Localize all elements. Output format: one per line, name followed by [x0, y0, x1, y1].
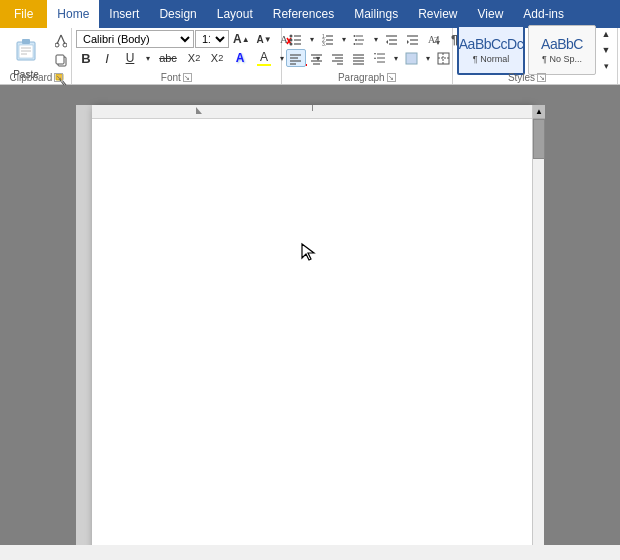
style-nospacing-box[interactable]: AaBbC ¶ No Sp...: [528, 25, 596, 75]
increase-indent-icon: [406, 33, 419, 46]
superscript-button[interactable]: X2: [206, 49, 228, 67]
svg-point-30: [354, 35, 356, 37]
svg-point-18: [290, 34, 293, 37]
svg-point-20: [290, 38, 293, 41]
left-sidebar: [76, 105, 92, 545]
paragraph-label: Paragraph ↘: [282, 72, 452, 83]
svg-text:3.: 3.: [322, 41, 326, 46]
line-spacing-button[interactable]: [370, 49, 390, 67]
menu-insert[interactable]: Insert: [99, 0, 149, 28]
svg-point-34: [354, 43, 356, 45]
svg-rect-1: [22, 39, 30, 44]
svg-rect-69: [406, 53, 417, 64]
clipboard-label: Clipboard ↘: [2, 72, 71, 83]
bullet-list-dropdown[interactable]: ▾: [307, 30, 317, 48]
align-left-icon: [289, 52, 302, 65]
scissors-icon: [55, 34, 67, 48]
font-expand[interactable]: ↘: [183, 73, 192, 82]
shading-dropdown[interactable]: ▾: [423, 49, 433, 67]
clipboard-expand[interactable]: ↘: [54, 73, 63, 82]
cut-button[interactable]: [48, 32, 74, 50]
shading-icon: [405, 52, 418, 65]
ribbon-main-row: Paste: [0, 28, 620, 84]
justify-button[interactable]: [349, 49, 369, 67]
shading-button[interactable]: [402, 49, 422, 67]
menu-file[interactable]: File: [0, 0, 47, 28]
menu-addins[interactable]: Add-ins: [513, 0, 574, 28]
styles-label: Styles ↘: [453, 72, 597, 83]
underline-button[interactable]: U: [118, 49, 142, 67]
text-effects-button[interactable]: A: [229, 49, 251, 67]
menu-view[interactable]: View: [468, 0, 514, 28]
strikethrough-button[interactable]: abc: [154, 49, 182, 67]
font-name-select[interactable]: Calibri (Body): [76, 30, 194, 48]
vertical-scrollbar[interactable]: ▲ ▼: [532, 105, 544, 545]
numbered-list-dropdown[interactable]: ▾: [339, 30, 349, 48]
scroll-up-button[interactable]: ▲: [533, 105, 545, 119]
subscript-button[interactable]: X2: [183, 49, 205, 67]
align-center-button[interactable]: [307, 49, 327, 67]
styles-group: AaBbCcDc ¶ Normal AaBbC ¶ No Sp... ▲ ▼ ▾…: [453, 28, 618, 84]
menu-home[interactable]: Home: [47, 0, 99, 28]
increase-indent-button[interactable]: [403, 30, 423, 48]
paste-button[interactable]: [6, 30, 46, 68]
highlight-button[interactable]: A: [252, 49, 276, 67]
paragraph-group: ▾ 1. 2. 3. ▾: [282, 28, 453, 84]
multilevel-list-icon: [353, 33, 366, 46]
styles-scroll-up[interactable]: ▲: [599, 27, 613, 41]
decrease-indent-button[interactable]: [382, 30, 402, 48]
align-right-button[interactable]: [328, 49, 348, 67]
sort-button[interactable]: A Z: [424, 30, 444, 48]
bold-button[interactable]: B: [76, 49, 96, 67]
font-label: Font ↘: [72, 72, 281, 83]
ruler: [92, 105, 532, 119]
underline-dropdown[interactable]: ▾: [143, 49, 153, 67]
numbered-list-icon: 1. 2. 3.: [321, 33, 334, 46]
borders-icon: [437, 52, 450, 65]
bullet-list-icon: [289, 33, 302, 46]
font-size-select[interactable]: 11: [195, 30, 229, 48]
styles-scroll-down[interactable]: ▼: [599, 43, 613, 57]
style-normal-preview: AaBbCcDc: [459, 36, 523, 52]
font-shrink-button[interactable]: A▼: [254, 30, 275, 48]
styles-expand[interactable]: ↘: [537, 73, 546, 82]
svg-marker-68: [374, 57, 376, 59]
ribbon: Paste: [0, 28, 620, 85]
tab-stop-marker[interactable]: [196, 107, 202, 114]
style-normal-label: ¶ Normal: [473, 54, 509, 64]
svg-point-32: [355, 39, 357, 41]
svg-rect-11: [56, 55, 64, 64]
multilevel-list-button[interactable]: [350, 30, 370, 48]
page-content[interactable]: [92, 119, 532, 539]
align-left-button[interactable]: [286, 49, 306, 67]
menu-layout[interactable]: Layout: [207, 0, 263, 28]
bullet-list-button[interactable]: [286, 30, 306, 48]
document-page[interactable]: [92, 105, 532, 545]
menu-review[interactable]: Review: [408, 0, 467, 28]
multilevel-list-dropdown[interactable]: ▾: [371, 30, 381, 48]
italic-button[interactable]: I: [97, 49, 117, 67]
menu-design[interactable]: Design: [149, 0, 206, 28]
menu-bar: File Home Insert Design Layout Reference…: [0, 0, 620, 28]
style-nospacing-label: ¶ No Sp...: [542, 54, 582, 64]
svg-marker-43: [407, 40, 409, 44]
svg-marker-39: [386, 40, 388, 44]
paragraph-expand[interactable]: ↘: [387, 73, 396, 82]
menu-mailings[interactable]: Mailings: [344, 0, 408, 28]
clipboard-group: Paste: [2, 28, 72, 84]
font-grow-button[interactable]: A▲: [230, 30, 253, 48]
document-area: ▲ ▼: [0, 85, 620, 545]
justify-icon: [352, 52, 365, 65]
borders-button[interactable]: [434, 49, 454, 67]
styles-more[interactable]: ▾: [599, 59, 613, 73]
decrease-indent-icon: [385, 33, 398, 46]
menu-references[interactable]: References: [263, 0, 344, 28]
align-right-icon: [331, 52, 344, 65]
line-spacing-dropdown[interactable]: ▾: [391, 49, 401, 67]
style-normal-box[interactable]: AaBbCcDc ¶ Normal: [457, 25, 525, 75]
copy-icon: [55, 54, 67, 67]
svg-point-22: [290, 42, 293, 45]
numbered-list-button[interactable]: 1. 2. 3.: [318, 30, 338, 48]
scroll-thumb[interactable]: [533, 119, 545, 159]
copy-button[interactable]: [48, 51, 74, 69]
